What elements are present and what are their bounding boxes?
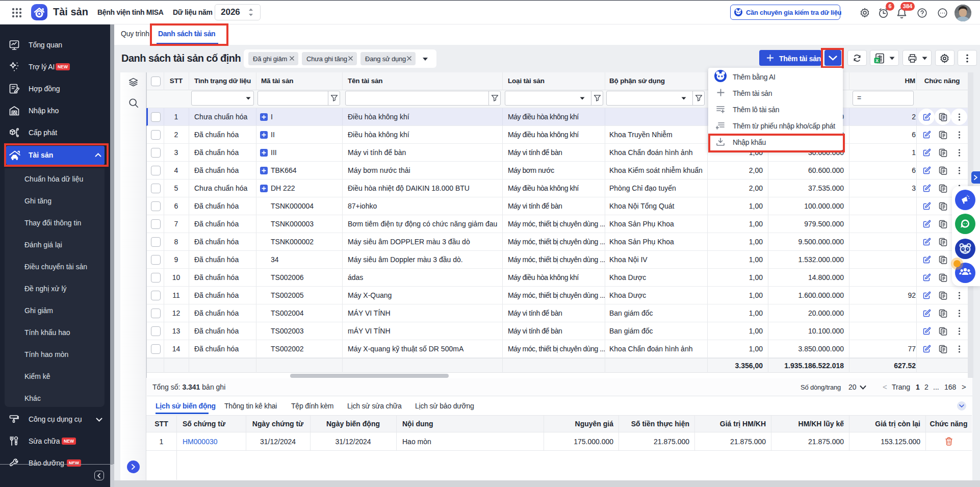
svg-text:X: X	[875, 58, 879, 63]
